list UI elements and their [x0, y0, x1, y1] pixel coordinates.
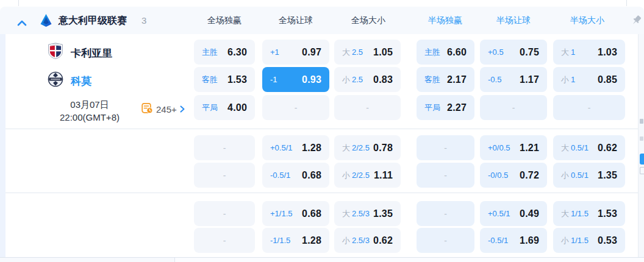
- odds-cell-empty: -: [194, 228, 255, 253]
- cutoff-icon: [640, 136, 643, 141]
- block-divider: [5, 193, 638, 193]
- odds-cell[interactable]: 大11.03: [553, 40, 625, 65]
- odds-value: 0.49: [520, 208, 539, 219]
- odds-value: 0.62: [373, 235, 393, 246]
- odds-cell[interactable]: -1/1.51.28: [262, 228, 329, 253]
- column-header[interactable]: 半场大小: [570, 15, 604, 26]
- away-team-name[interactable]: 科莫: [71, 74, 91, 88]
- odds-cell[interactable]: -0/0.50.72: [480, 163, 547, 188]
- odds-value: 6.60: [447, 47, 467, 58]
- column-header[interactable]: 全场大小: [351, 15, 385, 26]
- odds-cell[interactable]: -0.5/11.69: [480, 228, 547, 253]
- odds-cell[interactable]: 客胜2.17: [417, 67, 474, 92]
- over-under-prefix: 小: [561, 75, 569, 84]
- odds-value: 6.30: [227, 47, 247, 58]
- odds-value: 0.83: [373, 74, 393, 85]
- odds-value: 1.05: [373, 47, 393, 58]
- odds-label: 大1: [561, 47, 575, 58]
- previous-section-edge: [0, 0, 644, 7]
- odds-label: +0.5/1: [270, 143, 293, 152]
- pin-icon[interactable]: [631, 15, 642, 29]
- odds-cell[interactable]: 小1/1.50.53: [553, 228, 625, 253]
- odds-label: 主胜: [424, 47, 440, 58]
- odds-value: 1.17: [520, 74, 539, 85]
- odds-label: +1: [270, 48, 279, 57]
- odds-cell[interactable]: 主胜6.60: [417, 40, 474, 65]
- cutoff-icon: [640, 167, 644, 174]
- odds-cell[interactable]: 大1/1.51.53: [553, 201, 625, 226]
- block-divider: [5, 129, 638, 129]
- odds-label: -0.5: [488, 75, 501, 84]
- league-match-count: 3: [141, 15, 146, 26]
- markets-count-icon: [141, 102, 153, 116]
- over-under-prefix: 大: [342, 143, 350, 152]
- odds-cell-empty: -: [334, 95, 401, 120]
- league-name[interactable]: 意大利甲级联赛: [59, 15, 127, 27]
- odds-label: 主胜: [202, 47, 218, 58]
- odds-cell[interactable]: +0/0.51.21: [480, 135, 547, 160]
- chevron-right-icon: [180, 104, 185, 115]
- odds-cell-empty: -: [417, 201, 474, 226]
- home-team-logo: [48, 43, 63, 62]
- odds-cell[interactable]: 平局4.00: [194, 95, 255, 120]
- odds-cell[interactable]: +1/1.50.68: [262, 201, 329, 226]
- more-markets-link[interactable]: 245+: [141, 102, 185, 116]
- odds-value: 0.72: [520, 170, 539, 181]
- odds-cell[interactable]: 小2.5/30.62: [334, 228, 401, 253]
- next-section-team-column: [0, 258, 175, 262]
- odds-cell[interactable]: -10.93: [262, 67, 329, 92]
- odds-cell[interactable]: 客胜1.53: [194, 67, 255, 92]
- over-under-prefix: 小: [561, 236, 569, 245]
- column-header[interactable]: 半场让球: [496, 15, 531, 26]
- odds-label: 平局: [202, 102, 218, 113]
- odds-cell[interactable]: 主胜6.30: [194, 40, 255, 65]
- odds-cell-empty: -: [194, 163, 255, 188]
- odds-cell[interactable]: -0.51.17: [480, 67, 547, 92]
- odds-cell-empty: -: [417, 228, 474, 253]
- odds-cell[interactable]: 小2/2.51.11: [334, 163, 401, 188]
- odds-cell[interactable]: +0.50.75: [480, 40, 547, 65]
- odds-label: -0.5/1: [270, 171, 290, 180]
- odds-value: 0.85: [598, 74, 617, 85]
- odds-cell[interactable]: +0.5/11.28: [262, 135, 329, 160]
- odds-cell[interactable]: 小10.85: [553, 67, 625, 92]
- odds-value: 1.53: [227, 74, 247, 85]
- odds-cell[interactable]: 大2/2.50.78: [334, 135, 401, 160]
- away-team-logo: [48, 71, 63, 90]
- chevron-up-icon[interactable]: [17, 18, 27, 29]
- cut-off-right-panel: [638, 34, 644, 257]
- column-header[interactable]: 全场独赢: [207, 15, 242, 26]
- odds-label: 大2.5/3: [342, 208, 370, 219]
- odds-cell-empty: -: [553, 95, 625, 120]
- odds-value: 0.68: [302, 170, 321, 181]
- odds-value: 0.68: [302, 208, 321, 219]
- odds-cell[interactable]: 大2.5/31.35: [334, 201, 401, 226]
- column-header[interactable]: 全场让球: [279, 15, 313, 26]
- row-accent-strip: [0, 34, 5, 257]
- over-under-prefix: 小: [342, 171, 350, 180]
- odds-cell[interactable]: 小2.50.83: [334, 67, 401, 92]
- odds-label: 小1: [561, 74, 575, 85]
- odds-label: 小1/1.5: [561, 235, 589, 246]
- over-under-prefix: 大: [561, 48, 569, 57]
- odds-cell[interactable]: 大0.5/10.62: [553, 135, 625, 160]
- odds-cell[interactable]: -0.5/10.68: [262, 163, 329, 188]
- odds-cell[interactable]: +10.97: [262, 40, 329, 65]
- odds-cell[interactable]: +0.5/10.49: [480, 201, 547, 226]
- odds-cell[interactable]: 大2.51.05: [334, 40, 401, 65]
- odds-label: 大2.5: [342, 47, 363, 58]
- over-under-prefix: 小: [342, 236, 350, 245]
- over-under-prefix: 大: [561, 209, 569, 218]
- odds-cell-empty: -: [417, 163, 474, 188]
- home-team-name[interactable]: 卡利亚里: [71, 46, 112, 60]
- odds-cell[interactable]: 小0.5/11.35: [553, 163, 625, 188]
- column-divider: [18, 0, 19, 6]
- odds-value: 0.53: [598, 235, 617, 246]
- odds-value: 1.69: [520, 235, 539, 246]
- column-header[interactable]: 半场独赢: [428, 15, 462, 26]
- odds-cell-empty: -: [262, 95, 329, 120]
- odds-value: 1.21: [520, 143, 539, 154]
- odds-value: 1.11: [374, 170, 393, 181]
- odds-value: 0.93: [302, 74, 321, 85]
- odds-cell[interactable]: 平局2.27: [417, 95, 474, 120]
